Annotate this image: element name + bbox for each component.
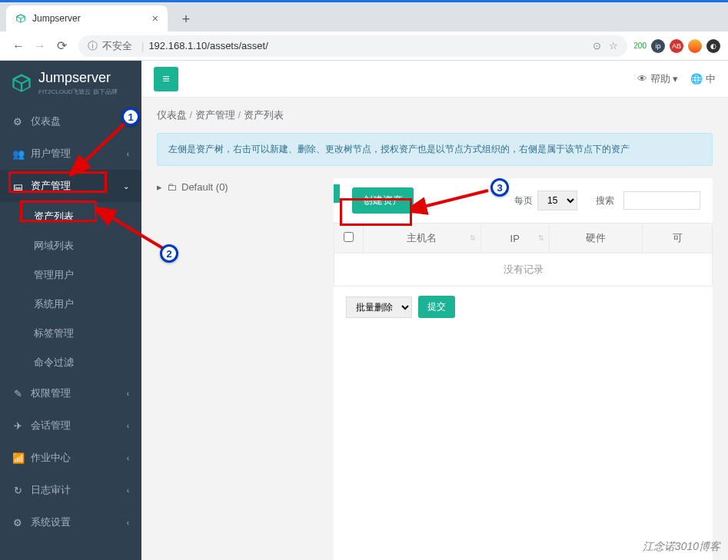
jumpserver-logo-icon	[11, 72, 32, 94]
sidebar-item-label: 作业中心	[31, 451, 71, 465]
users-icon: 👥	[12, 148, 23, 160]
sidebar-item-jobs[interactable]: 📶 作业中心 ‹	[0, 442, 141, 474]
badge-count: 200	[633, 41, 647, 50]
breadcrumb-item: 资产列表	[244, 109, 284, 121]
chevron-left-icon: ‹	[127, 519, 129, 527]
col-reachable[interactable]: 可	[643, 224, 713, 253]
create-asset-button[interactable]: 创建资产	[352, 187, 414, 214]
tree-node-default[interactable]: ▸ 🗀 Default (0)	[157, 178, 334, 196]
sidebar-item-label: 会话管理	[31, 419, 71, 432]
browser-tab[interactable]: Jumpserver ×	[6, 5, 168, 31]
logo-tagline: FIT2CLOUD飞致云 旗下品牌	[38, 88, 118, 96]
jumpserver-favicon-icon	[15, 13, 26, 24]
breadcrumb-item[interactable]: 仪表盘	[157, 109, 187, 121]
breadcrumb-item[interactable]: 资产管理	[195, 109, 235, 121]
sidebar-item-label: 权限管理	[31, 386, 71, 400]
ext-dark-icon[interactable]: ◐	[706, 39, 720, 53]
info-icon: ⓘ	[88, 39, 98, 53]
search-in-url-icon[interactable]: ⊙	[593, 40, 601, 51]
bulk-action-select[interactable]: 批量删除	[346, 297, 412, 318]
sidebar-item-label: 资产管理	[31, 179, 71, 193]
folder-icon: 🗀	[167, 181, 177, 193]
empty-row: 没有记录	[334, 253, 713, 287]
sessions-icon: ✈	[12, 420, 23, 432]
reload-button[interactable]: ⟳	[51, 35, 72, 57]
dashboard-icon: ⚙	[12, 116, 23, 128]
star-icon[interactable]: ☆	[609, 40, 618, 51]
sidebar-sub-asset-list[interactable]: 资产列表	[0, 202, 141, 231]
top-bar: ≡ 👁 帮助 ▾ 🌐 中	[141, 61, 728, 98]
logo-text: Jumpserver	[38, 70, 118, 86]
submit-button[interactable]: 提交	[418, 296, 455, 318]
perms-icon: ✎	[12, 388, 23, 399]
chevron-left-icon: ‹	[127, 422, 129, 430]
table-panel: 创建资产 每页 15 搜索 主机名⇅ IP⇅ 硬件 可	[334, 178, 713, 560]
audits-icon: ↻	[12, 485, 23, 496]
sidebar-item-label: 用户管理	[31, 147, 71, 161]
breadcrumb: 仪表盘 / 资产管理 / 资产列表	[141, 98, 728, 133]
panel-accent	[334, 184, 340, 203]
jobs-icon: 📶	[12, 452, 23, 464]
sidebar-item-sessions[interactable]: ✈ 会话管理 ‹	[0, 409, 141, 442]
sidebar-sub-system-user[interactable]: 系统用户	[0, 290, 141, 319]
ext-abp-icon[interactable]: AB	[670, 39, 683, 53]
sidebar-item-perms[interactable]: ✎ 权限管理 ‹	[0, 377, 141, 409]
sidebar-item-settings[interactable]: ⚙ 系统设置 ‹	[0, 506, 141, 538]
new-tab-button[interactable]: +	[174, 7, 198, 31]
asset-tree: ▸ 🗀 Default (0)	[157, 178, 334, 560]
address-bar: ← → ⟳ ⓘ 不安全 | 192.168.1.10/assets/asset/…	[0, 31, 728, 61]
main-content: ≡ 👁 帮助 ▾ 🌐 中 仪表盘 / 资产管理 / 资产列表 左侧是资产树，右击…	[141, 61, 728, 560]
sidebar-item-users[interactable]: 👥 用户管理 ‹	[0, 138, 141, 170]
insecure-label: 不安全	[102, 39, 132, 53]
chevron-left-icon: ‹	[127, 454, 129, 462]
chevron-left-icon: ‹	[127, 389, 129, 398]
ext-ip-icon[interactable]: ip	[651, 39, 665, 53]
sidebar-item-label: 系统设置	[31, 515, 71, 529]
sidebar-sub-label[interactable]: 标签管理	[0, 319, 141, 348]
search-input[interactable]	[623, 191, 700, 210]
browser-tab-bar: Jumpserver × +	[0, 2, 728, 31]
forward-button[interactable]: →	[29, 35, 51, 57]
lang-switch[interactable]: 🌐 中	[690, 72, 716, 86]
info-banner: 左侧是资产树，右击可以新建、删除、更改树节点，授权资产也是以节点方式组织的，右侧…	[157, 133, 713, 166]
sidebar-item-dashboard[interactable]: ⚙ 仪表盘	[0, 105, 141, 138]
chevron-left-icon: ‹	[127, 486, 129, 495]
select-all-checkbox[interactable]	[344, 232, 354, 242]
sidebar-item-audits[interactable]: ↻ 日志审计 ‹	[0, 474, 141, 506]
hamburger-button[interactable]: ≡	[154, 67, 178, 91]
sidebar-sub-admin-user[interactable]: 管理用户	[0, 260, 141, 290]
col-hostname[interactable]: 主机名⇅	[364, 224, 481, 253]
sidebar-sub-cmd-filter[interactable]: 命令过滤	[0, 348, 141, 377]
sidebar-sub-domain-list[interactable]: 网域列表	[0, 231, 141, 260]
settings-icon: ⚙	[12, 517, 23, 529]
tab-title: Jumpserver	[32, 13, 81, 24]
asset-table: 主机名⇅ IP⇅ 硬件 可 没有记录	[334, 223, 713, 287]
sidebar-item-label: 仪表盘	[31, 114, 61, 128]
sidebar-item-label: 日志审计	[31, 483, 71, 497]
col-ip[interactable]: IP⇅	[480, 224, 549, 253]
extension-icons: 200 ip AB ◐	[633, 39, 720, 53]
url-input[interactable]: ⓘ 不安全 | 192.168.1.10/assets/asset/ ⊙ ☆	[78, 35, 627, 57]
chevron-left-icon: ‹	[127, 150, 129, 158]
help-link[interactable]: 👁 帮助 ▾	[637, 72, 678, 86]
close-tab-icon[interactable]: ×	[152, 12, 158, 25]
caret-icon: ▸	[157, 181, 162, 193]
search-label: 搜索	[596, 194, 614, 207]
tree-node-label: Default (0)	[181, 181, 228, 193]
per-page-label: 每页	[514, 194, 533, 207]
ext-orange-icon[interactable]	[688, 39, 702, 53]
chevron-down-icon: ⌄	[123, 182, 129, 191]
sidebar-item-assets[interactable]: 🖴 资产管理 ⌄	[0, 170, 141, 202]
logo: Jumpserver FIT2CLOUD飞致云 旗下品牌	[0, 61, 141, 105]
per-page-select[interactable]: 15	[537, 191, 577, 210]
url-text: 192.168.1.10/assets/asset/	[148, 40, 268, 51]
back-button[interactable]: ←	[8, 35, 29, 57]
assets-icon: 🖴	[12, 181, 23, 192]
sidebar: Jumpserver FIT2CLOUD飞致云 旗下品牌 ⚙ 仪表盘 👥 用户管…	[0, 61, 141, 560]
col-hardware[interactable]: 硬件	[549, 224, 643, 253]
